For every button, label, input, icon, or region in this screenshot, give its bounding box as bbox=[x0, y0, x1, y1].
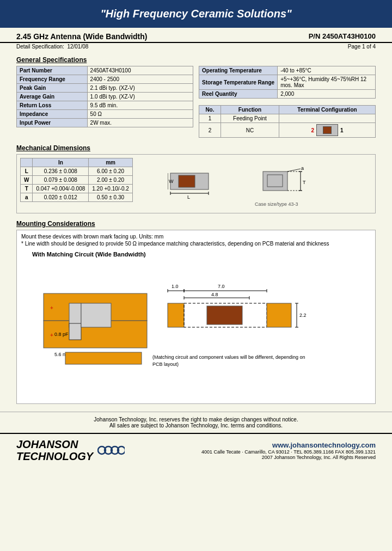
term-no: 2 bbox=[199, 123, 221, 138]
specs-right: Operating Temperature-40 to +85°CStorage… bbox=[199, 66, 376, 138]
term-config-cell bbox=[279, 114, 375, 123]
term-function: Feeding Point bbox=[220, 114, 279, 123]
svg-rect-9 bbox=[267, 175, 283, 187]
svg-rect-43 bbox=[267, 303, 291, 327]
left-spec-table: Part Number2450AT43H0100Frequency Range2… bbox=[16, 66, 193, 127]
header-banner: "High Frequency Ceramic Solutions" bbox=[0, 0, 392, 28]
mech-row: L0.236 ± 0.0086.00 ± 0.20 bbox=[21, 167, 133, 176]
header-title: "High Frequency Ceramic Solutions" bbox=[100, 8, 291, 20]
svg-text:2.2: 2.2 bbox=[299, 313, 307, 318]
terminal-table: No. Function Terminal Configuration 1Fee… bbox=[199, 105, 376, 138]
subtitle-row: Detail Specification: 12/01/08 Page 1 of… bbox=[0, 43, 392, 53]
reel-param: Reel Quantity bbox=[199, 90, 278, 99]
mech-dim-label: T bbox=[21, 185, 33, 193]
spec-row: Return Loss9.5 dB min. bbox=[17, 101, 193, 110]
spec-value: +5~+36°C, Humidity 45~75%RH 12 mos. Max bbox=[278, 75, 376, 90]
circuit-label: With Matching Circuit (Wide Bandwidth) bbox=[32, 251, 371, 258]
circuit-diagram-svg: + + 0.8 pF 5.6 nH 1.0 7.0 bbox=[38, 261, 354, 375]
svg-text:T: T bbox=[303, 180, 306, 185]
company-name2: TECHNOLOGY bbox=[16, 450, 93, 462]
footer-address: 4001 Calle Tecate · Camarillo, CA 93012 … bbox=[201, 449, 376, 455]
mech-in-val: 0.079 ± 0.008 bbox=[33, 176, 89, 185]
detail-spec: Detail Specification: 12/01/08 bbox=[16, 44, 88, 50]
mech-row: T0.047 +0.004/-0.0081.20 +0.10/-0.2 bbox=[21, 185, 133, 193]
mech-dim-label: L bbox=[21, 167, 33, 176]
spec-row: Average Gain1.0 dBi typ. (XZ-V) bbox=[17, 93, 193, 101]
logo-left: JOHANSON TECHNOLOGY bbox=[16, 438, 125, 462]
footer-note1: Johanson Technology, Inc. reserves the r… bbox=[16, 417, 376, 423]
footer-website: www.johansontechnology.com bbox=[201, 441, 376, 449]
svg-text:4.8: 4.8 bbox=[211, 292, 218, 297]
right-spec-table: Operating Temperature-40 to +85°CStorage… bbox=[199, 66, 376, 99]
mech-in-val: 0.020 ± 0.012 bbox=[33, 193, 89, 202]
footer-right: www.johansontechnology.com 4001 Calle Te… bbox=[201, 441, 376, 460]
svg-line-11 bbox=[287, 169, 301, 172]
spec-value: 2W max. bbox=[87, 119, 193, 127]
mounting-section: Mounting Considerations Mount these devi… bbox=[0, 217, 392, 407]
svg-rect-40 bbox=[168, 303, 184, 327]
specs-area: Part Number2450AT43H0100Frequency Range2… bbox=[16, 66, 376, 138]
mech-inner: In mm L0.236 ± 0.0086.00 ± 0.20W0.079 ± … bbox=[20, 158, 372, 210]
svg-rect-27 bbox=[81, 303, 111, 327]
terminal-row: 2NC 2 1 bbox=[199, 123, 376, 138]
mounting-note1: Mount these devices with brown mark faci… bbox=[21, 234, 371, 240]
mech-mm-header: mm bbox=[89, 158, 133, 167]
spec-value: -40 to +85°C bbox=[278, 66, 376, 75]
mech-diagram: W L a T bbox=[138, 158, 372, 210]
spec-param: Storage Temperature Range bbox=[199, 75, 278, 90]
term-function-header: Function bbox=[220, 106, 279, 114]
mech-row: a0.020 ± 0.0120.50 ± 0.30 bbox=[21, 193, 133, 202]
term-config-header: Terminal Configuration bbox=[279, 106, 375, 114]
svg-text:(Matching circuit and componen: (Matching circuit and component values w… bbox=[152, 354, 305, 360]
spec-row: Storage Temperature Range+5~+36°C, Humid… bbox=[199, 75, 376, 90]
svg-text:+: + bbox=[50, 332, 53, 338]
spec-param: Peak Gain bbox=[17, 84, 88, 93]
svg-text:a: a bbox=[301, 166, 304, 171]
spec-row: Frequency Range2400 - 2500 bbox=[17, 75, 193, 84]
svg-text:+: + bbox=[50, 305, 53, 311]
specs-left: Part Number2450AT43H0100Frequency Range2… bbox=[16, 66, 193, 138]
spec-param: Input Power bbox=[17, 119, 88, 127]
svg-text:PCB layout): PCB layout) bbox=[152, 362, 179, 367]
page-number: Page 1 of 4 bbox=[348, 44, 376, 50]
svg-text:1.0: 1.0 bbox=[171, 284, 179, 289]
spec-row: Impedance50 Ω bbox=[17, 110, 193, 119]
reel-value: 2,000 bbox=[278, 90, 376, 99]
mounting-box: Mount these devices with brown mark faci… bbox=[16, 230, 376, 404]
mounting-note2: * Line width should be designed to provi… bbox=[21, 241, 371, 247]
svg-text:0.8 pF: 0.8 pF bbox=[54, 332, 69, 337]
spec-param: Average Gain bbox=[17, 93, 88, 101]
company-name1: JOHANSON bbox=[16, 438, 93, 450]
mech-dim-header bbox=[21, 158, 33, 167]
mech-mm-val: 1.20 +0.10/-0.2 bbox=[89, 185, 133, 193]
mech-in-val: 0.236 ± 0.008 bbox=[33, 167, 89, 176]
mech-in-header: In bbox=[33, 158, 89, 167]
svg-text:L: L bbox=[187, 194, 190, 200]
title-row: 2.45 GHz Antenna (Wide Bandwidth) P/N 24… bbox=[0, 28, 392, 43]
mech-table: In mm L0.236 ± 0.0086.00 ± 0.20W0.079 ± … bbox=[20, 158, 133, 202]
spec-row: Peak Gain2.1 dBi typ. (XZ-V) bbox=[17, 84, 193, 93]
spec-value: 2400 - 2500 bbox=[87, 75, 193, 84]
spec-row: Operating Temperature-40 to +85°C bbox=[199, 66, 376, 75]
svg-rect-25 bbox=[69, 323, 81, 340]
logo-wave-svg bbox=[97, 439, 125, 461]
mech-svg: W L a T bbox=[168, 158, 342, 210]
spec-param: Return Loss bbox=[17, 101, 88, 110]
mech-table-wrap: In mm L0.236 ± 0.0086.00 ± 0.20W0.079 ± … bbox=[20, 158, 133, 210]
term-function: NC bbox=[220, 123, 279, 138]
part-number: P/N 2450AT43H0100 bbox=[309, 32, 376, 40]
mech-mm-val: 0.50 ± 0.30 bbox=[89, 193, 133, 202]
spec-value: 2.1 dBi typ. (XZ-V) bbox=[87, 84, 193, 93]
logo-text: JOHANSON TECHNOLOGY bbox=[16, 438, 93, 462]
spec-value: 1.0 dBi typ. (XZ-V) bbox=[87, 93, 193, 101]
mech-dim-label: a bbox=[21, 193, 33, 202]
svg-text:Case size/type 43-3: Case size/type 43-3 bbox=[255, 201, 298, 207]
term-no-header: No. bbox=[199, 106, 221, 114]
spec-param: Part Number bbox=[17, 66, 88, 75]
spec-value: 2450AT43H0100 bbox=[87, 66, 193, 75]
spec-param: Impedance bbox=[17, 110, 88, 119]
spec-row: Input Power2W max. bbox=[17, 119, 193, 127]
spec-value: 50 Ω bbox=[87, 110, 193, 119]
mech-mm-val: 2.00 ± 0.20 bbox=[89, 176, 133, 185]
product-title: 2.45 GHz Antenna (Wide Bandwidth) bbox=[16, 32, 147, 41]
